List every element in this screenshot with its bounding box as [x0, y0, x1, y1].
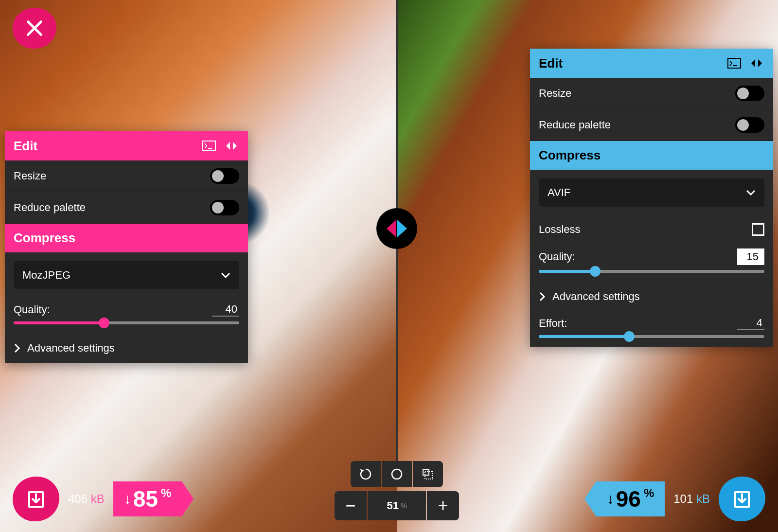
- savings-unit: %: [644, 486, 654, 500]
- lossless-checkbox[interactable]: [752, 223, 764, 236]
- effort-slider[interactable]: [539, 335, 764, 338]
- resize-toggle-left[interactable]: [210, 168, 239, 184]
- resize-row-left: Resize: [5, 160, 248, 192]
- compress-title: Compress: [539, 148, 601, 163]
- savings-unit: %: [161, 486, 171, 500]
- compress-header-left: Compress: [5, 224, 248, 252]
- zoom-in-button[interactable]: +: [427, 491, 459, 520]
- chevron-left-icon: [387, 220, 396, 237]
- reduce-palette-row-left: Reduce palette: [5, 192, 248, 224]
- edit-title: Edit: [14, 139, 37, 154]
- cli-icon[interactable]: [201, 138, 217, 154]
- download-button-left[interactable]: [13, 477, 59, 521]
- size-number: 406: [68, 492, 88, 505]
- size-number: 101: [673, 492, 693, 505]
- codec-select-left[interactable]: MozJPEG: [14, 261, 239, 289]
- download-cluster-left: 406 kB ↓ 85 %: [13, 477, 182, 521]
- zoom-unit: %: [401, 502, 407, 510]
- quality-row-right: Quality: 15: [530, 244, 773, 282]
- down-arrow-icon: ↓: [124, 491, 131, 507]
- compress-header-right: Compress: [530, 141, 773, 170]
- collapse-icon[interactable]: [224, 138, 239, 154]
- collapse-icon[interactable]: [749, 55, 764, 71]
- close-button[interactable]: [13, 8, 56, 49]
- options-panel-right: Edit Resize Reduce palette Compress AVIF…: [530, 49, 773, 347]
- quality-label: Quality:: [14, 303, 212, 316]
- compress-title: Compress: [14, 231, 75, 246]
- download-icon: [24, 487, 48, 511]
- quality-row-left: Quality: 40: [5, 298, 248, 333]
- resize-row-right: Resize: [530, 78, 773, 109]
- reduce-palette-toggle-right[interactable]: [735, 117, 764, 133]
- size-unit: kB: [91, 492, 105, 505]
- quality-slider-right[interactable]: [539, 270, 764, 273]
- resize-label: Resize: [14, 170, 210, 182]
- minus-icon: −: [345, 496, 355, 516]
- lossless-label: Lossless: [539, 223, 752, 236]
- savings-badge-right: ↓ 96 %: [596, 481, 665, 516]
- zoom-out-button[interactable]: −: [335, 491, 367, 520]
- file-size-right: 101 kB: [673, 492, 710, 506]
- svg-point-2: [392, 469, 402, 479]
- chevron-right-icon: [14, 343, 20, 353]
- down-arrow-icon: ↓: [607, 491, 614, 507]
- svg-rect-1: [728, 58, 741, 68]
- chevron-right-icon: [397, 220, 407, 237]
- reduce-palette-row-right: Reduce palette: [530, 109, 773, 141]
- quality-value-left[interactable]: 40: [212, 303, 239, 317]
- rotate-icon: [359, 467, 372, 481]
- chevron-right-icon: [539, 292, 546, 301]
- download-button-right[interactable]: [719, 477, 765, 521]
- crop-icon: [421, 467, 435, 481]
- chevron-down-icon: [746, 189, 756, 196]
- file-size-left: 406 kB: [68, 492, 105, 506]
- view-toolbar: − 51 % +: [335, 461, 459, 520]
- size-unit: kB: [696, 492, 710, 505]
- quality-value-right[interactable]: 15: [737, 248, 764, 265]
- reduce-palette-toggle-left[interactable]: [210, 200, 239, 215]
- effort-row: Effort: 4: [530, 312, 773, 347]
- savings-value: 85: [133, 486, 158, 512]
- svg-rect-0: [203, 141, 215, 151]
- quality-slider-left[interactable]: [14, 321, 239, 324]
- zoom-value[interactable]: 51 %: [368, 491, 426, 520]
- edit-header-left: Edit: [5, 131, 248, 160]
- transform-button[interactable]: [413, 461, 443, 487]
- edit-title: Edit: [539, 56, 563, 71]
- plus-icon: +: [438, 496, 448, 516]
- download-cluster-right: 101 kB ↓ 96 %: [596, 477, 765, 521]
- circle-icon: [390, 468, 403, 480]
- chevron-down-icon: [221, 272, 230, 279]
- options-panel-left: Edit Resize Reduce palette Compress MozJ…: [5, 131, 248, 363]
- background-toggle-button[interactable]: [382, 461, 412, 487]
- svg-rect-4: [423, 469, 429, 475]
- quality-label: Quality:: [539, 250, 737, 263]
- effort-value[interactable]: 4: [737, 317, 764, 330]
- savings-badge-left: ↓ 85 %: [113, 481, 182, 516]
- codec-value: AVIF: [548, 186, 746, 199]
- reduce-palette-label: Reduce palette: [539, 119, 735, 131]
- savings-value: 96: [616, 486, 641, 512]
- advanced-settings-left[interactable]: Advanced settings: [5, 333, 248, 363]
- close-icon: [25, 18, 44, 38]
- effort-label: Effort:: [539, 317, 737, 330]
- edit-header-right: Edit: [530, 49, 773, 78]
- advanced-label: Advanced settings: [552, 290, 640, 303]
- comparison-handle[interactable]: [376, 208, 417, 249]
- lossless-row: Lossless: [530, 215, 773, 244]
- cli-icon[interactable]: [726, 55, 742, 71]
- resize-toggle-right[interactable]: [735, 86, 764, 101]
- advanced-label: Advanced settings: [27, 342, 115, 355]
- advanced-settings-right[interactable]: Advanced settings: [530, 282, 773, 312]
- rotate-button[interactable]: [351, 461, 381, 487]
- reduce-palette-label: Reduce palette: [14, 201, 210, 214]
- zoom-number: 51: [387, 499, 399, 512]
- resize-label: Resize: [539, 87, 735, 100]
- download-icon: [730, 487, 754, 511]
- codec-select-right[interactable]: AVIF: [539, 178, 764, 207]
- codec-value: MozJPEG: [22, 269, 221, 282]
